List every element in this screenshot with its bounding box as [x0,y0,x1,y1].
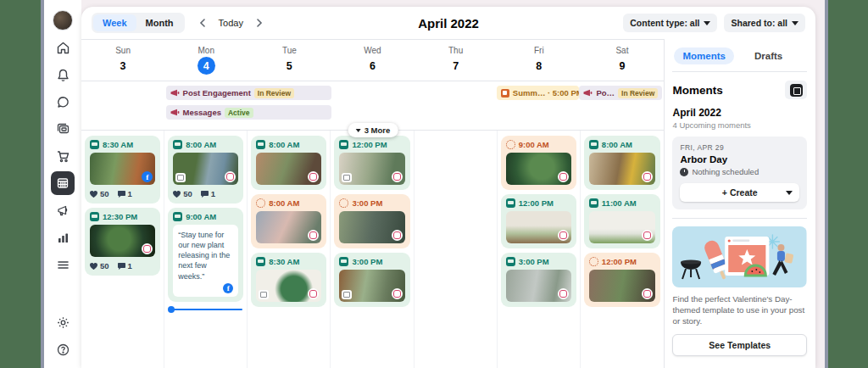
background-right [828,0,868,368]
tab-moments[interactable]: Moments [674,47,733,64]
scheduled-text-post[interactable]: 9:00 AM “Stay tune for our new plant rel… [168,208,243,302]
gear-icon [56,315,70,330]
see-templates-button[interactable]: See Templates [672,334,807,356]
sidebar-item-ads[interactable] [51,198,75,222]
scheduled-post[interactable]: 3:00 PM [334,253,409,307]
post-time: 3:00 PM [352,257,382,266]
week-calendar: Sun 3 Mon 4 Tue 5 Wed 6 [81,39,664,368]
post-type-icon [256,140,265,149]
campaign-bar-post-engagement[interactable]: Post Engagement In Review [166,86,331,100]
scheduled-post[interactable]: 12:00 PM [334,136,409,190]
chevron-down-icon [786,191,793,195]
scheduled-post[interactable]: 8:30 AM [251,253,326,307]
create-button-label: + Create [722,187,758,198]
comment-count: 1 [128,189,132,198]
date-navigation: Today [195,15,267,31]
profile-avatar[interactable] [51,8,75,32]
scheduled-post[interactable]: 12:30 PM 50 1 [85,208,160,276]
instagram-badge-icon [642,288,653,299]
post-photo [256,270,321,302]
day-header-sun[interactable]: Sun 3 [81,40,164,81]
like-count: 50 [100,189,109,198]
status-badge: Active [225,108,253,118]
filter-buttons: Content type: all Shared to: all [623,14,805,32]
day-number: 3 [114,57,132,75]
post-time: 12:00 PM [352,140,387,149]
planner-body: Sun 3 Mon 4 Tue 5 Wed 6 [81,39,815,368]
tab-drafts[interactable]: Drafts [746,47,791,64]
post-photo [173,153,238,185]
post-type-icon [339,140,348,149]
scheduled-story[interactable]: 3:00 PM [334,194,409,248]
content-type-filter[interactable]: Content type: all [623,14,717,32]
story-photo [506,153,571,185]
week-view-button[interactable]: Week [93,14,136,31]
post-photo [506,270,571,302]
sidebar-item-content[interactable] [51,117,75,141]
story-type-icon [256,198,265,208]
scheduled-post[interactable]: 3:00 PM [501,253,576,307]
post-photo [339,153,404,185]
sidebar-item-home[interactable] [51,36,75,59]
post-photo [339,270,404,302]
day-header-tue[interactable]: Tue 5 [248,40,331,81]
day-header-wed[interactable]: Wed 6 [331,40,414,81]
comment-icon [118,263,125,270]
campaign-bar-po[interactable]: Po… In Review [579,86,662,100]
event-icon [501,89,509,98]
day-header-sat[interactable]: Sat 9 [581,40,664,81]
event-bar-summ[interactable]: Summ… · 5:00 PM [497,86,580,100]
sidebar-item-planner[interactable] [51,171,75,195]
show-more-button[interactable]: 3 More [348,123,398,137]
moments-calendar-button[interactable] [785,81,807,99]
post-photo [506,211,571,243]
facebook-badge-icon: f [223,283,233,293]
more-label: 3 More [364,125,391,135]
shared-to-filter[interactable]: Shared to: all [724,14,805,32]
post-type-icon [589,198,598,208]
story-photo [256,211,321,243]
day-name: Fri [534,46,544,55]
scheduled-post[interactable]: 12:00 PM [501,194,576,248]
sidebar-item-help[interactable] [51,337,75,361]
scheduled-post[interactable]: 11:00 AM [584,194,660,248]
month-view-button[interactable]: Month [136,14,183,31]
day-header-mon[interactable]: Mon 4 [164,40,248,81]
day-name: Tue [282,46,297,55]
post-time: 8:30 AM [103,140,133,149]
sidebar-item-notifications[interactable] [51,63,75,86]
day-header-thu[interactable]: Thu 7 [415,40,498,81]
sidebar-item-all-tools[interactable] [51,253,75,276]
story-type-icon [506,140,515,149]
post-reactions: 50 1 [90,189,155,198]
day-number: 7 [447,57,465,75]
create-button[interactable]: + Create [680,183,799,202]
day-header-fri[interactable]: Fri 8 [498,40,581,81]
planner-card: Week Month Today April 2022 Content type… [81,7,815,368]
scheduled-post[interactable]: 8:00 AM [584,136,660,190]
home-icon [56,41,70,55]
next-week-button[interactable] [252,15,267,31]
scheduled-post[interactable]: 8:00 AM 50 1 [168,136,243,204]
moment-date: FRI, APR 29 [680,143,799,152]
sidebar-item-settings[interactable] [51,310,75,334]
sidebar-item-insights[interactable] [51,226,75,249]
campaign-bar-messages[interactable]: Messages Active [166,105,331,120]
post-type-icon [90,140,99,149]
sidebar-item-commerce[interactable] [51,144,75,168]
scheduled-story[interactable]: 12:00 PM [584,253,660,307]
carousel-icon [259,290,269,299]
previous-week-button[interactable] [195,15,210,31]
post-time: 11:00 AM [602,198,637,208]
moment-card[interactable]: FRI, APR 29 Arbor Day Nothing scheduled … [672,137,807,209]
scheduled-story[interactable]: 8:00 AM [251,194,326,248]
like-icon [90,263,97,270]
today-button[interactable]: Today [219,18,243,28]
text-post-content: “Stay tune for our new plant releasing i… [178,231,230,281]
sidebar-item-inbox[interactable] [51,90,75,114]
day-header-row: Sun 3 Mon 4 Tue 5 Wed 6 [81,40,664,81]
scheduled-post[interactable]: 8:00 AM [251,136,326,190]
scheduled-story[interactable]: 9:00 AM [501,136,576,190]
day-column-tue: 8:00 AM 8:00 AM 8:30 AM [248,131,331,368]
scheduled-post[interactable]: 8:30 AM f 50 1 [85,136,160,204]
